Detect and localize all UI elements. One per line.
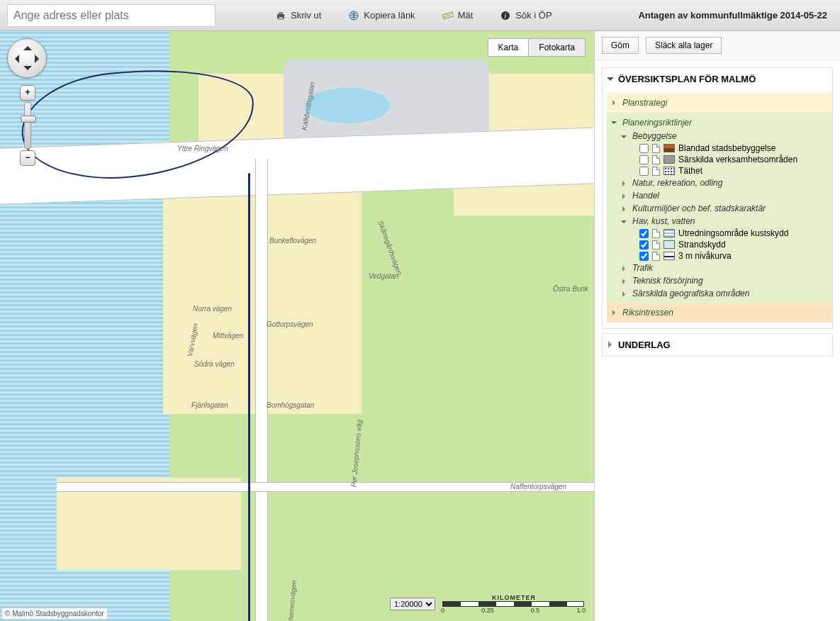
copy-label: Kopiera länk <box>364 10 415 21</box>
map-background: Yttre Ringvägen Kalkbrottsgatan Bunkeflo… <box>0 31 594 621</box>
layer-blandad: Blandad stadsbebyggelse <box>607 142 832 154</box>
pan-down-icon[interactable] <box>23 66 32 74</box>
scale-box: 1:20000 KILOMETER 00.250.51.0 <box>390 594 586 614</box>
svg-rect-4 <box>442 12 453 18</box>
hide-panel-button[interactable]: Göm <box>602 37 639 54</box>
street-label: Bunkeflovägen <box>269 237 316 245</box>
checkbox-utredning[interactable] <box>639 229 649 238</box>
search-op-label: Sök i ÖP <box>515 10 551 21</box>
street-label: Norra vägen <box>193 305 232 313</box>
subcat-teknisk[interactable]: Teknisk försörjning <box>607 274 832 287</box>
subcat-natur[interactable]: Natur, rekreation, odling <box>607 177 832 189</box>
street-label: Vedgatan <box>369 272 398 280</box>
tree-section-underlag: UNDERLAG <box>602 333 833 357</box>
contour-3m-line <box>248 173 250 621</box>
layer-tree: ÖVERSIKTSPLAN FÖR MALMÖ Planstrategi Pla… <box>595 60 840 359</box>
info-icon: i <box>500 10 511 21</box>
tab-karta[interactable]: Karta <box>488 39 530 56</box>
toolbar: Skriv ut Kopiera länk Mät i Sök i ÖP Ant… <box>0 0 840 31</box>
layer-label: Särskilda verksamhetsområden <box>678 155 797 164</box>
doc-icon[interactable] <box>652 229 660 238</box>
scalebar-ticks: 00.250.51.0 <box>441 607 586 614</box>
checkbox-niva[interactable] <box>639 252 649 261</box>
tree-section-op: ÖVERSIKTSPLAN FÖR MALMÖ Planstrategi Pla… <box>602 67 833 329</box>
panel-buttons: Göm Släck alla lager <box>595 31 840 60</box>
print-icon <box>275 10 286 21</box>
street-label: Naffentorpsvägen <box>510 483 566 491</box>
street-label: Yttre Ringvägen <box>177 145 228 152</box>
basemap-switcher: Karta Fotokarta <box>488 38 586 57</box>
print-label: Skriv ut <box>291 10 321 21</box>
zoom-in-button[interactable]: + <box>20 85 35 101</box>
checkbox-tathet[interactable] <box>639 167 649 176</box>
scalebar-bar <box>442 601 584 607</box>
subcat-bebyggelse[interactable]: Bebyggelse <box>607 130 832 142</box>
street-label: Mittvägen <box>213 332 243 340</box>
swatch-icon <box>663 229 675 237</box>
tree-head-underlag[interactable]: UNDERLAG <box>603 334 832 356</box>
layer-utredning: Utredningsområde kustskydd <box>607 228 832 239</box>
ruler-icon <box>442 10 454 21</box>
clear-layers-button[interactable]: Släck alla lager <box>646 37 722 54</box>
layer-sarskilda-v: Särskilda verksamhetsområden <box>607 154 832 165</box>
globe-icon <box>348 10 359 21</box>
subcat-sarskilda-geo[interactable]: Särskilda geografiska områden <box>607 287 832 300</box>
layer-label: Täthet <box>678 166 702 176</box>
checkbox-blandad[interactable] <box>639 144 649 153</box>
street-label: Östra Bunk <box>553 285 588 293</box>
checkbox-strand[interactable] <box>639 240 649 250</box>
zoom-handle[interactable] <box>21 116 36 123</box>
swatch-icon <box>663 252 675 260</box>
main: Yttre Ringvägen Kalkbrottsgatan Bunkeflo… <box>0 31 840 621</box>
layer-strand: Strandskydd <box>607 239 832 250</box>
pan-up-icon[interactable] <box>23 42 32 50</box>
street-label: Gottorpsvägen <box>267 320 313 328</box>
subcat-hav[interactable]: Hav, kust, vatten <box>607 215 832 228</box>
svg-text:i: i <box>505 12 507 20</box>
page-title: Antagen av kommunfullmäktige 2014-05-22 <box>638 10 833 21</box>
layer-label: Strandskydd <box>678 240 726 250</box>
subcat-kultur[interactable]: Kulturmiljöer och bef. stadskaraktär <box>607 202 832 215</box>
doc-icon[interactable] <box>652 144 660 153</box>
cat-planstrategi[interactable]: Planstrategi <box>607 96 832 110</box>
map-canvas[interactable]: Yttre Ringvägen Kalkbrottsgatan Bunkeflo… <box>0 31 594 621</box>
measure-label: Mät <box>458 10 474 21</box>
tab-fotokarta[interactable]: Fotokarta <box>529 39 585 56</box>
svg-rect-1 <box>279 12 283 14</box>
pan-left-icon[interactable] <box>11 55 19 63</box>
doc-icon[interactable] <box>652 252 660 261</box>
svg-rect-2 <box>279 17 283 19</box>
print-button[interactable]: Skriv ut <box>265 10 331 21</box>
zoom-out-button[interactable]: − <box>20 150 35 166</box>
swatch-icon <box>663 240 675 249</box>
swatch-icon <box>663 167 675 175</box>
doc-icon[interactable] <box>652 167 660 176</box>
pan-right-icon[interactable] <box>35 55 43 63</box>
tree-head-op[interactable]: ÖVERSIKTSPLAN FÖR MALMÖ <box>603 68 832 90</box>
cat-riksintressen[interactable]: Riksintressen <box>607 306 832 320</box>
layer-panel: Göm Släck alla lager ÖVERSIKTSPLAN FÖR M… <box>594 31 840 621</box>
checkbox-sarskilda-v[interactable] <box>639 155 649 164</box>
zoom-slider[interactable] <box>24 102 31 149</box>
subcat-trafik[interactable]: Trafik <box>607 262 832 274</box>
swatch-icon <box>663 155 675 164</box>
pan-control[interactable] <box>7 38 47 78</box>
copy-link-button[interactable]: Kopiera länk <box>338 10 425 21</box>
measure-button[interactable]: Mät <box>432 10 483 21</box>
layer-label: Blandad stadsbebyggelse <box>678 143 775 153</box>
scalebar: KILOMETER 00.250.51.0 <box>442 594 586 614</box>
layer-label: Utredningsområde kustskydd <box>678 228 788 238</box>
layer-niva: 3 m nivåkurva <box>607 250 832 262</box>
doc-icon[interactable] <box>652 240 660 250</box>
search-input[interactable] <box>7 4 215 27</box>
street-label: Bomhögsgatan <box>267 401 314 409</box>
scale-select[interactable]: 1:20000 <box>390 598 435 610</box>
street-label: Fjärilsgatan <box>191 401 228 409</box>
search-op-button[interactable]: i Sök i ÖP <box>490 10 561 21</box>
doc-icon[interactable] <box>652 155 660 164</box>
cat-planeringsriktlinjer[interactable]: Planeringsriktlinjer <box>607 116 832 130</box>
layer-label: 3 m nivåkurva <box>678 251 732 261</box>
subcat-handel[interactable]: Handel <box>607 189 832 202</box>
layer-tathet: Täthet <box>607 165 832 177</box>
attribution: © Malmö Stadsbyggnadskontor <box>1 608 108 620</box>
